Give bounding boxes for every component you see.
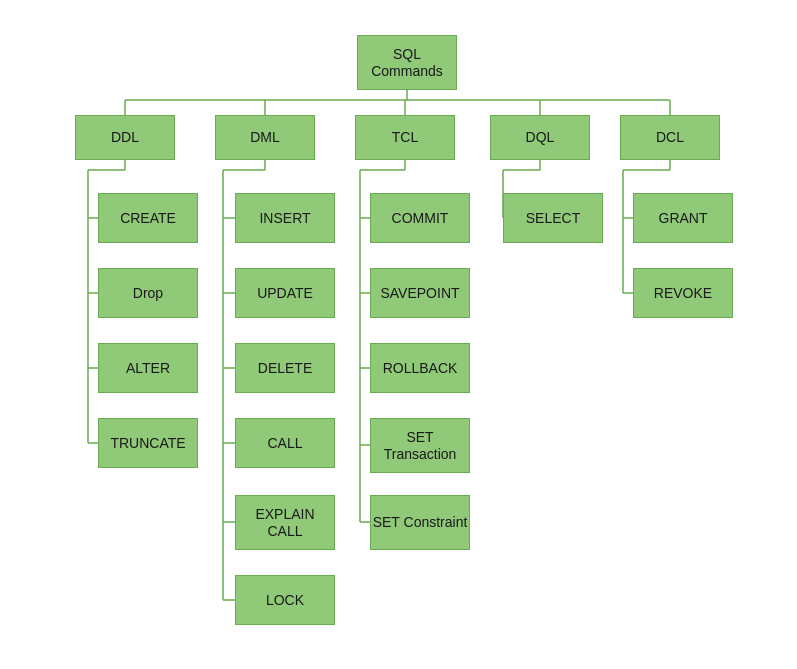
- update-node: UPDATE: [235, 268, 335, 318]
- dcl-node: DCL: [620, 115, 720, 160]
- dml-node: DML: [215, 115, 315, 160]
- tcl-node: TCL: [355, 115, 455, 160]
- root-node: SQL Commands: [357, 35, 457, 90]
- lock-node: LOCK: [235, 575, 335, 625]
- savepoint-node: SAVEPOINT: [370, 268, 470, 318]
- insert-node: INSERT: [235, 193, 335, 243]
- select-node: SELECT: [503, 193, 603, 243]
- truncate-node: TRUNCATE: [98, 418, 198, 468]
- grant-node: GRANT: [633, 193, 733, 243]
- diagram: SQL Commands DDL DML TCL DQL DCL CREATE …: [0, 0, 797, 669]
- delete-node: DELETE: [235, 343, 335, 393]
- revoke-node: REVOKE: [633, 268, 733, 318]
- explaincall-node: EXPLAIN CALL: [235, 495, 335, 550]
- call-node: CALL: [235, 418, 335, 468]
- commit-node: COMMIT: [370, 193, 470, 243]
- connector-lines: [0, 0, 797, 669]
- setconst-node: SET Constraint: [370, 495, 470, 550]
- dql-node: DQL: [490, 115, 590, 160]
- rollback-node: ROLLBACK: [370, 343, 470, 393]
- ddl-node: DDL: [75, 115, 175, 160]
- settrans-node: SET Transaction: [370, 418, 470, 473]
- create-node: CREATE: [98, 193, 198, 243]
- alter-node: ALTER: [98, 343, 198, 393]
- drop-node: Drop: [98, 268, 198, 318]
